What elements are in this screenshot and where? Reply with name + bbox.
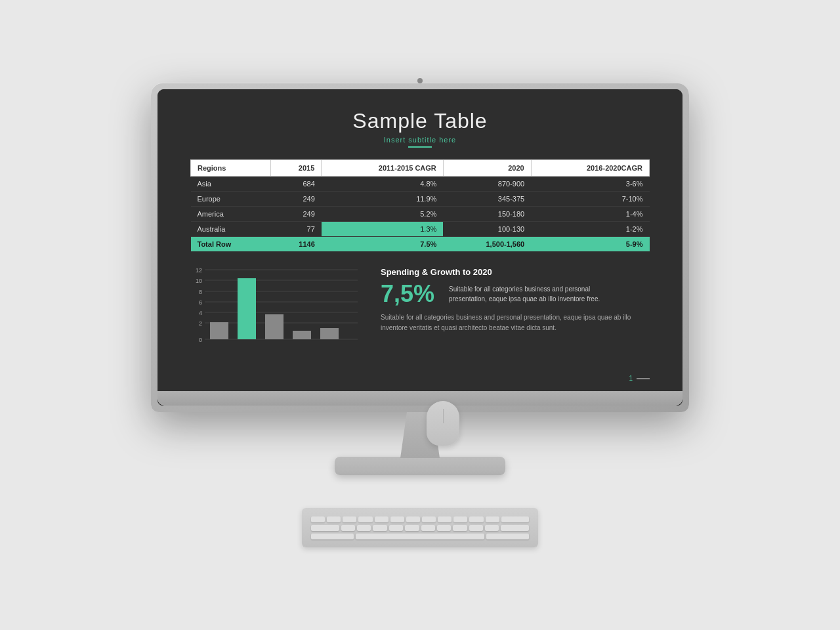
cell-america-2020: 150-180	[443, 207, 531, 222]
key	[358, 516, 372, 522]
key	[389, 525, 403, 531]
key	[469, 525, 483, 531]
cell-asia-2020: 870-900	[443, 177, 531, 192]
y-label-12: 12	[196, 267, 202, 274]
y-label-0: 0	[199, 337, 202, 343]
screen: Sample Table Insert subtitle here Region…	[158, 89, 682, 391]
key	[469, 516, 483, 522]
key	[343, 516, 356, 522]
cell-asia-cagr2: 3-6%	[531, 177, 649, 192]
key	[311, 525, 339, 531]
bar-4	[293, 331, 311, 339]
key-row-2	[311, 525, 529, 531]
bar-1	[210, 322, 228, 339]
cell-asia-region: Asia	[191, 177, 271, 192]
cell-asia-2015: 684	[271, 177, 322, 192]
page-number: 1	[629, 375, 633, 382]
stand-base	[335, 457, 505, 475]
bar-5	[320, 328, 339, 339]
chart-area: 12 10 8 6 4 2 0	[190, 263, 361, 351]
y-label-10: 10	[196, 278, 202, 284]
page-line	[637, 378, 650, 379]
cell-europe-2015: 249	[271, 192, 322, 207]
table-row: America 249 5.2% 150-180 1-4%	[191, 207, 650, 222]
data-table: Regions 2015 2011-2015 CAGR 2020 2016-20…	[190, 159, 650, 251]
table-header-cagr1: 2011-2015 CAGR	[322, 160, 443, 177]
monitor-chin	[158, 391, 682, 406]
table-header-regions: Regions	[191, 160, 271, 177]
table-header-2015: 2015	[271, 160, 322, 177]
table-header-cagr2: 2016-2020CAGR	[531, 160, 649, 177]
info-heading: Spending & Growth to 2020	[381, 267, 650, 277]
cell-europe-2020: 345-375	[443, 192, 531, 207]
table-header-2020: 2020	[443, 160, 531, 177]
cell-total-cagr2: 5-9%	[531, 237, 649, 252]
monitor: Sample Table Insert subtitle here Region…	[151, 83, 689, 412]
cell-america-cagr1: 5.2%	[322, 207, 443, 222]
key	[486, 534, 529, 539]
bottom-section: 12 10 8 6 4 2 0	[190, 263, 650, 351]
monitor-inner: Sample Table Insert subtitle here Region…	[158, 89, 682, 406]
page-indicator: 1	[629, 375, 650, 382]
key	[501, 525, 529, 531]
bar-2	[238, 278, 256, 339]
total-row: Total Row 1146 7.5% 1,500-1,560 5-9%	[191, 237, 650, 252]
key	[373, 525, 387, 531]
mouse	[427, 401, 459, 446]
peripherals	[138, 488, 702, 547]
info-big-text: Suitable for all categories business and…	[449, 284, 606, 304]
key	[453, 525, 467, 531]
cell-europe-cagr1: 11.9%	[322, 192, 443, 207]
key	[453, 516, 467, 522]
key	[486, 516, 499, 522]
info-area: Spending & Growth to 2020 7,5% Suitable …	[381, 263, 650, 351]
cell-europe-region: Europe	[191, 192, 271, 207]
cell-america-2015: 249	[271, 207, 322, 222]
cell-total-cagr1: 7.5%	[322, 237, 443, 252]
key	[406, 516, 420, 522]
key	[501, 516, 529, 522]
bar-chart: 12 10 8 6 4 2 0	[190, 263, 361, 348]
subtitle-underline	[408, 146, 432, 148]
key	[311, 534, 354, 539]
y-label-6: 6	[199, 299, 202, 306]
key	[405, 525, 419, 531]
key	[375, 516, 388, 522]
cell-australia-2015: 77	[271, 222, 322, 237]
slide-title: Sample Table	[190, 109, 650, 133]
bar-3	[265, 314, 284, 339]
camera-dot	[417, 78, 423, 83]
key	[341, 525, 355, 531]
key	[485, 525, 499, 531]
key	[357, 525, 371, 531]
key	[438, 516, 452, 522]
mouse-line	[443, 409, 444, 423]
key-row-3	[311, 534, 529, 539]
table-row: Asia 684 4.8% 870-900 3-6%	[191, 177, 650, 192]
key-row-1	[311, 516, 529, 522]
cell-australia-2020: 100-130	[443, 222, 531, 237]
key	[327, 516, 341, 522]
key	[437, 525, 451, 531]
cell-australia-cagr1: 1.3%	[322, 222, 443, 237]
key	[422, 516, 436, 522]
scene: Sample Table Insert subtitle here Region…	[138, 83, 702, 547]
cell-america-cagr2: 1-4%	[531, 207, 649, 222]
y-label-2: 2	[199, 320, 202, 327]
cell-total-2015: 1146	[271, 237, 322, 252]
spacebar-key	[356, 534, 484, 539]
cell-europe-cagr2: 7-10%	[531, 192, 649, 207]
keyboard	[302, 508, 538, 547]
y-label-8: 8	[199, 289, 202, 295]
cell-asia-cagr1: 4.8%	[322, 177, 443, 192]
info-big-number: 7,5%	[381, 282, 434, 306]
slide-subtitle: Insert subtitle here	[190, 136, 650, 144]
table-row: Europe 249 11.9% 345-375 7-10%	[191, 192, 650, 207]
table-row: Australia 77 1.3% 100-130 1-2%	[191, 222, 650, 237]
info-highlight: 7,5% Suitable for all categories busines…	[381, 282, 650, 306]
key	[421, 525, 435, 531]
info-body: Suitable for all categories business and…	[381, 312, 650, 333]
cell-australia-region: Australia	[191, 222, 271, 237]
cell-australia-cagr2: 1-2%	[531, 222, 649, 237]
cell-america-region: America	[191, 207, 271, 222]
